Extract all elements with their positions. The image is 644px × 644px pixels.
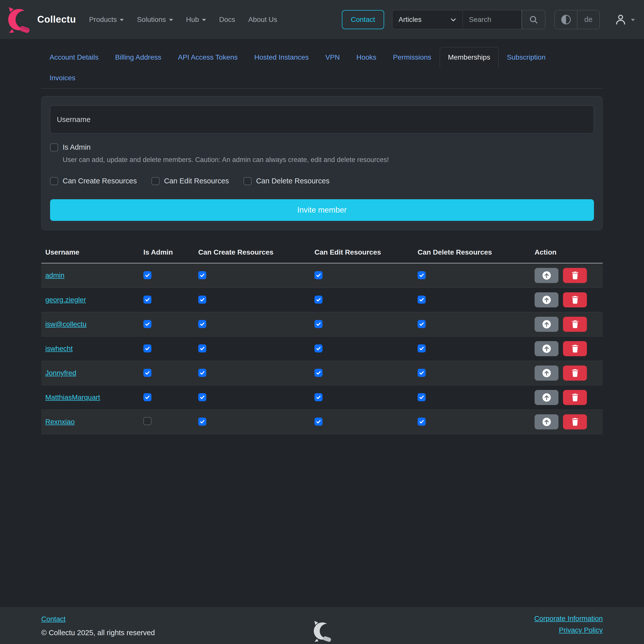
is-admin-checkbox[interactable] [143,320,151,328]
can-create-checkbox[interactable] [198,271,206,279]
username-cell: Jonnyfred [41,369,139,377]
username-link[interactable]: admin [45,271,64,279]
can-create-resources-checkbox[interactable] [50,177,58,185]
nav-link-about-us[interactable]: About Us [248,16,277,24]
promote-member-button[interactable] [535,366,558,381]
is-admin-checkbox[interactable] [143,417,151,425]
can-edit-checkbox[interactable] [314,271,323,279]
can-delete-checkbox[interactable] [418,393,426,401]
caret-down-icon [202,19,206,21]
tab-vpn[interactable]: VPN [317,47,348,68]
arrow-up-circle-icon [542,368,551,378]
can-create-checkbox[interactable] [198,393,206,401]
can-delete-cell [414,320,531,329]
tab-hosted-instances[interactable]: Hosted Instances [246,47,317,68]
can-edit-checkbox[interactable] [314,418,323,426]
is-admin-checkbox[interactable] [50,143,58,151]
can-create-checkbox[interactable] [198,320,206,328]
account-menu[interactable] [614,13,635,26]
caret-down-icon [169,19,173,21]
can-delete-checkbox[interactable] [418,369,426,377]
is-admin-checkbox[interactable] [143,393,151,401]
search-category-value: Articles [398,16,422,24]
magnifier-icon [529,15,538,24]
is-admin-checkbox[interactable] [143,344,151,352]
is-admin-cell [139,344,194,353]
theme-toggle-button[interactable] [555,10,577,29]
is-admin-checkbox[interactable] [143,271,151,279]
username-input[interactable] [50,105,594,134]
can-edit-checkbox[interactable] [314,296,323,304]
can-delete-checkbox[interactable] [418,271,426,279]
contact-button[interactable]: Contact [342,10,384,29]
can-create-checkbox[interactable] [198,296,206,304]
can-create-cell [194,296,310,304]
can-delete-checkbox[interactable] [418,418,426,426]
promote-member-button[interactable] [535,292,558,307]
promote-member-button[interactable] [535,317,558,332]
is-admin-cell [139,369,194,377]
can-delete-cell [414,344,531,353]
table-row-admin: admin [41,263,603,288]
username-link[interactable]: isw@collectu [45,320,87,328]
username-link[interactable]: iswhecht [45,345,73,352]
tab-billing-address[interactable]: Billing Address [107,47,170,68]
can-edit-checkbox[interactable] [314,369,323,377]
delete-member-button[interactable] [563,317,587,332]
username-link[interactable]: Jonnyfred [45,369,76,377]
tab-invoices[interactable]: Invoices [41,68,84,88]
promote-member-button[interactable] [535,268,558,283]
checkbox-label[interactable]: Can Edit Resources [164,177,229,185]
username-link[interactable]: georg.ziegler [45,296,86,304]
promote-member-button[interactable] [535,390,558,405]
checkbox-label[interactable]: Can Delete Resources [256,177,330,185]
can-create-checkbox[interactable] [198,344,206,352]
nav-link-hub[interactable]: Hub [186,16,206,24]
promote-member-button[interactable] [535,341,558,356]
username-link[interactable]: MatthiasMarquart [45,393,100,401]
search-category-select[interactable]: Articles [392,10,463,29]
tab-subscription[interactable]: Subscription [499,47,554,68]
delete-member-button[interactable] [563,292,587,307]
tab-api-access-tokens[interactable]: API Access Tokens [170,47,246,68]
nav-link-products[interactable]: Products [89,16,124,24]
invite-member-button[interactable]: Invite member [50,199,594,221]
privacy-policy-link[interactable]: Privacy Policy [559,627,603,634]
nav-link-docs[interactable]: Docs [219,16,235,24]
trash-icon [571,418,579,426]
check-icon [199,297,205,302]
tab-hooks[interactable]: Hooks [348,47,385,68]
nav-link-solutions[interactable]: Solutions [137,16,173,24]
delete-member-button[interactable] [563,268,587,283]
delete-member-button[interactable] [563,341,587,356]
can-delete-checkbox[interactable] [418,344,426,352]
is-admin-checkbox[interactable] [143,369,151,377]
can-create-checkbox[interactable] [198,369,206,377]
search-input[interactable] [463,10,522,29]
language-button[interactable]: de [577,10,599,29]
can-edit-checkbox[interactable] [314,320,323,328]
delete-member-button[interactable] [563,390,587,405]
checkbox-label[interactable]: Can Create Resources [63,177,137,185]
action-cell [531,390,603,405]
tab-memberships[interactable]: Memberships [440,47,499,68]
username-link[interactable]: Rexnxiao [45,418,75,426]
can-edit-checkbox[interactable] [314,344,323,352]
can-delete-checkbox[interactable] [418,320,426,328]
brand[interactable]: Collectu [7,5,76,34]
promote-member-button[interactable] [535,414,558,429]
is-admin-label[interactable]: Is Admin [63,143,91,151]
corporate-information-link[interactable]: Corporate Information [534,615,603,622]
is-admin-checkbox[interactable] [143,296,151,304]
tab-permissions[interactable]: Permissions [385,47,439,68]
delete-member-button[interactable] [563,366,587,381]
tab-account-details[interactable]: Account Details [41,47,107,68]
search-button[interactable] [522,10,545,29]
can-edit-checkbox[interactable] [314,393,323,401]
can-edit-resources-checkbox[interactable] [151,177,159,185]
footer-contact-link[interactable]: Contact [41,615,66,623]
delete-member-button[interactable] [563,414,587,429]
can-delete-checkbox[interactable] [418,296,426,304]
can-delete-resources-checkbox[interactable] [244,177,252,185]
can-create-checkbox[interactable] [198,418,206,426]
